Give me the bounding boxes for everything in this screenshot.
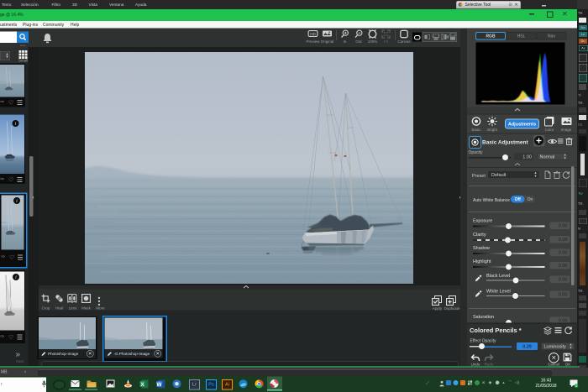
- svg-text:HD: HD: [310, 32, 316, 36]
- svg-text:X: X: [140, 381, 144, 387]
- svg-text:W: W: [156, 381, 162, 387]
